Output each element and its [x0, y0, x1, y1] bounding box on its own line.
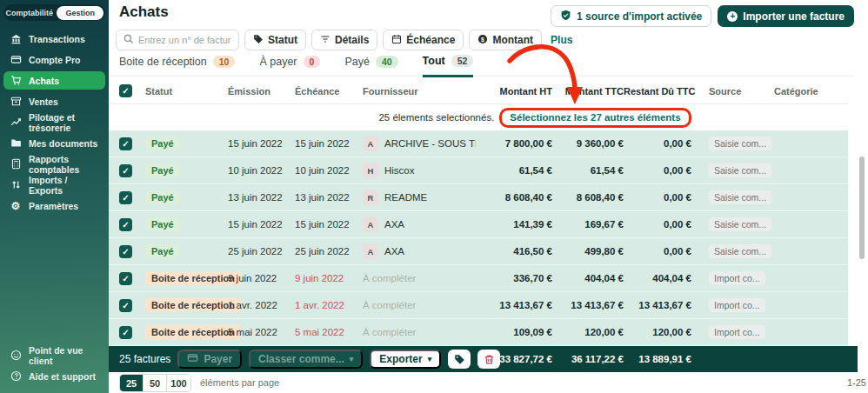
check-icon: ✓ — [122, 301, 129, 310]
supplier-name: AXA — [384, 246, 404, 256]
supplier-avatar: A — [363, 216, 378, 232]
table-row[interactable]: ✓ Payé 15 juin 2022 15 juin 2022 AAXA 14… — [109, 211, 848, 238]
import-invoice-button[interactable]: + Importer une facture — [718, 5, 854, 27]
tag-action-button[interactable] — [448, 350, 471, 369]
check-icon: ✓ — [122, 274, 129, 283]
tab-paye[interactable]: Payé 40 — [344, 52, 397, 76]
tab-count-badge: 10 — [213, 56, 236, 68]
page-title: Achats — [119, 3, 169, 21]
check-icon: ✓ — [122, 220, 129, 230]
toggle-gestion[interactable]: Gestion — [57, 6, 103, 20]
row-checkbox[interactable]: ✓ — [119, 299, 132, 312]
sidebar-item-documents[interactable]: Mes documents — [3, 134, 105, 152]
row-checkbox[interactable]: ✓ — [119, 164, 132, 177]
filter-details-button[interactable]: Détails — [311, 30, 377, 50]
invoice-table: ✓ Payé 15 juin 2022 15 juin 2022 AARCHIV… — [109, 130, 848, 346]
bulk-action-bar: 25 factures Payer Classer comme... ▾ Exp… — [109, 346, 858, 372]
calculator-icon — [10, 158, 22, 170]
sidebar-item-parametres[interactable]: ⚙ Paramètres — [3, 196, 105, 215]
sidebar-item-imports-exports[interactable]: Imports / Exports — [3, 176, 105, 194]
row-checkbox[interactable]: ✓ — [119, 272, 132, 285]
cart-icon — [10, 75, 22, 87]
pagination-bar: 25 50 100 éléments par page 1-25 — [109, 372, 868, 393]
delete-button[interactable] — [477, 350, 500, 369]
scrollbar-thumb[interactable] — [859, 157, 865, 259]
col-restant-du: Restant Dû TTC — [624, 86, 691, 97]
table-row[interactable]: ✓ Payé 25 juin 2022 25 juin 2022 AAXA 41… — [109, 238, 848, 265]
sidebar-item-aide-support[interactable]: Aide et support — [3, 367, 105, 385]
invoice-search[interactable] — [116, 30, 239, 50]
filter-lines-icon — [320, 34, 331, 47]
source-badge: Saisie com... — [709, 244, 771, 258]
tag-icon — [454, 354, 465, 365]
supplier-name: README — [384, 192, 427, 203]
source-badge: Saisie com... — [709, 137, 771, 150]
check-icon: ✓ — [122, 193, 129, 203]
coin-icon: $ — [477, 34, 488, 47]
select-all-checkbox[interactable]: ✓ — [119, 84, 132, 97]
supplier-to-complete: À compléter — [363, 327, 416, 337]
source-badge: Saisie com... — [709, 163, 771, 177]
status-tabs: Boite de réception 10 À payer 0 Payé 40 … — [109, 52, 855, 77]
source-badge: Import co... — [709, 271, 765, 285]
calendar-icon — [391, 34, 402, 47]
filter-montant-button[interactable]: $ Montant — [469, 30, 542, 50]
sidebar-item-rapports[interactable]: Rapports comptables — [3, 155, 105, 173]
row-checkbox[interactable]: ✓ — [119, 191, 132, 204]
col-montant-ht: Montant HT — [476, 86, 552, 97]
sidebar-item-ventes[interactable]: Ventes — [3, 92, 105, 110]
page-size-100[interactable]: 100 — [167, 375, 190, 391]
table-row[interactable]: ✓ Payé 10 juin 2022 10 juin 2022 HHiscox… — [109, 157, 848, 184]
tab-count-badge: 40 — [376, 56, 398, 68]
supplier-to-complete: À compléter — [363, 273, 416, 283]
page-size-25[interactable]: 25 — [120, 375, 144, 391]
source-badge: Saisie com... — [709, 217, 771, 231]
help-icon — [10, 370, 22, 383]
classify-dropdown[interactable]: Classer comme... ▾ — [249, 350, 363, 369]
workspace-toggle[interactable]: Comptabilité Gestion — [3, 4, 105, 21]
sidebar-item-compte-pro[interactable]: Compte Pro — [3, 50, 105, 69]
tab-boite-de-reception[interactable]: Boite de réception 10 — [119, 52, 235, 76]
page-size-50[interactable]: 50 — [144, 375, 167, 391]
table-row[interactable]: ✓ Boite de réception 9 juin 2022 9 juin … — [109, 265, 848, 292]
status-badge: Payé — [145, 217, 180, 231]
toggle-comptabilite[interactable]: Comptabilité — [3, 9, 55, 17]
status-badge: Payé — [145, 190, 180, 204]
tab-tout[interactable]: Tout 52 — [423, 52, 474, 77]
selection-count-text: 25 élements selectionnés. — [378, 112, 494, 123]
gear-icon: ⚙ — [10, 200, 22, 212]
filters-more-link[interactable]: Plus — [551, 34, 572, 46]
selected-count-label: 25 factures — [119, 353, 170, 365]
tag-icon — [253, 34, 264, 47]
search-input[interactable] — [138, 35, 231, 45]
filter-echeance-button[interactable]: Échéance — [383, 30, 464, 50]
sidebar: Comptabilité Gestion Transactions Compte… — [0, 0, 109, 393]
col-source: Source — [709, 86, 774, 97]
check-icon: ✓ — [122, 139, 129, 149]
table-row[interactable]: ✓ Payé 15 juin 2022 15 juin 2022 AARCHIV… — [109, 130, 848, 157]
tab-a-payer[interactable]: À payer 0 — [259, 52, 320, 76]
pay-button[interactable]: Payer — [177, 350, 242, 369]
col-echeance: Échéance — [295, 86, 363, 97]
sidebar-item-pilotage[interactable]: Pilotage et trésorerie — [3, 113, 105, 131]
export-dropdown[interactable]: Exporter ▾ — [370, 350, 441, 369]
import-source-button[interactable]: 1 source d'import activée — [551, 5, 711, 27]
total-restant-du: 13 889,91 € — [638, 354, 691, 364]
supplier-avatar: A — [363, 243, 378, 259]
col-emission: Émission — [228, 86, 295, 97]
table-row[interactable]: ✓ Payé 13 juin 2022 13 juin 2022 RREADME… — [109, 184, 848, 211]
row-checkbox[interactable]: ✓ — [119, 245, 132, 258]
table-row[interactable]: ✓ Boite de réception 5 mai 2022 5 mai 20… — [109, 319, 848, 346]
card-icon — [10, 54, 22, 66]
sidebar-item-transactions[interactable]: Transactions — [3, 30, 105, 48]
row-checkbox[interactable]: ✓ — [119, 326, 132, 339]
main-content: Achats 1 source d'import activée + Impor… — [109, 0, 868, 393]
row-checkbox[interactable]: ✓ — [119, 218, 132, 231]
sidebar-item-achats[interactable]: Achats — [3, 71, 105, 90]
sidebar-item-point-de-vue-client[interactable]: Point de vue client — [3, 346, 105, 364]
total-montant-ttc: 36 117,22 € — [571, 354, 624, 364]
table-row[interactable]: ✓ Boite de réception 1 avr. 2022 1 avr. … — [109, 292, 848, 319]
filter-statut-button[interactable]: Statut — [244, 30, 306, 50]
row-checkbox[interactable]: ✓ — [119, 137, 132, 150]
select-all-remaining-link[interactable]: Sélectionnez les 27 autres éléments — [499, 108, 691, 128]
